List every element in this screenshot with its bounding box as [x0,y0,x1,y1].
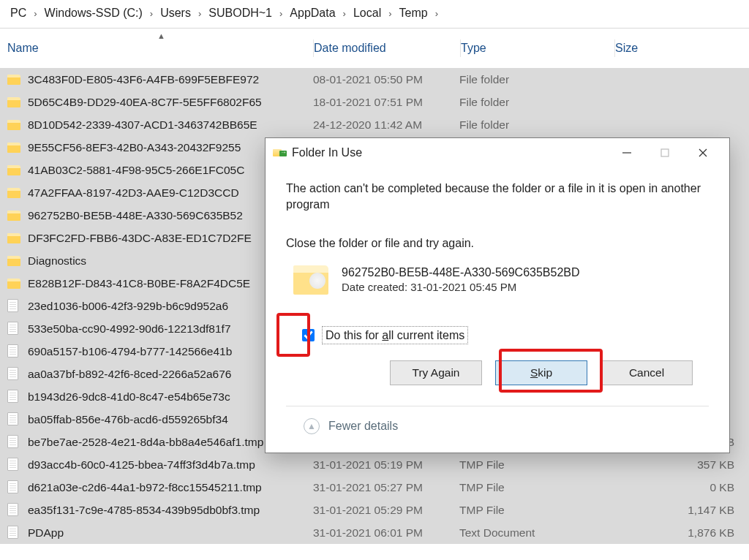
breadcrumb-item[interactable]: Local [346,7,388,20]
file-icon [7,480,22,495]
file-icon [7,367,22,382]
folder-icon [7,72,22,87]
file-type: TMP File [459,481,613,494]
file-size: 1,876 KB [613,526,749,540]
dialog-titlebar[interactable]: Folder In Use [266,138,729,167]
file-icon [7,344,22,359]
minimize-button[interactable] [608,140,646,165]
table-row[interactable]: 8D10D542-2339-4307-ACD1-3463742BB65E24-1… [0,113,749,136]
chevron-right-icon: › [435,8,438,19]
cancel-button[interactable]: Cancel [601,360,693,385]
folder-icon [7,231,22,246]
file-name: ea35f131-7c9e-4785-8534-439b95db0bf3.tmp [28,504,313,517]
breadcrumb-item[interactable]: Temp [392,7,435,20]
file-type: TMP File [459,458,613,472]
file-name: d93acc4b-60c0-4125-bbea-74ff3f3d4b7a.tmp [28,458,313,472]
file-icon [7,503,22,518]
do-for-all-label[interactable]: Do this for all current items [322,326,468,345]
file-icon [7,526,22,540]
col-type[interactable]: Type [461,42,614,55]
table-row[interactable]: ea35f131-7c9e-4785-8534-439b95db0bf3.tmp… [0,499,749,521]
folder-icon [7,254,22,268]
dialog-title: Folder In Use [292,146,608,159]
breadcrumb-item[interactable]: SUBODH~1 [201,7,279,20]
file-type: File folder [459,96,613,109]
table-row[interactable]: d93acc4b-60c0-4125-bbea-74ff3f3d4b7a.tmp… [0,453,749,476]
svg-rect-1 [661,149,669,156]
file-date: 18-01-2021 07:51 PM [313,96,459,109]
folder-icon [7,208,22,223]
fewer-details-toggle[interactable]: ▲ Fewer details [286,418,709,434]
file-type: TMP File [459,504,613,517]
file-size: 0 KB [613,481,749,494]
breadcrumb-item[interactable]: PC [3,7,34,20]
file-icon [7,435,22,450]
dialog-message-2: Close the folder or file and try again. [286,235,709,251]
col-date[interactable]: Date modified [314,42,460,55]
file-icon [7,412,22,427]
folder-icon [7,186,22,200]
table-row[interactable]: d621a03e-c2d6-44a1-b972-f8cc15545211.tmp… [0,476,749,499]
close-button[interactable] [684,140,722,165]
chevron-up-icon: ▲ [304,418,320,434]
dialog-folder-in-use: Folder In Use The action can't be comple… [265,137,730,453]
sort-indicator-icon: ▲ [157,31,165,40]
table-row[interactable]: PDApp31-01-2021 06:01 PMText Document1,8… [0,521,749,544]
file-type: Text Document [459,526,613,540]
folder-icon [7,163,22,178]
file-type: File folder [459,73,613,86]
skip-button[interactable]: Skip [495,360,587,385]
file-size: 1,147 KB [613,504,749,517]
folder-move-icon [273,148,286,158]
file-date: 31-01-2021 05:27 PM [313,481,459,494]
column-headers: ▲Name Date modified Type Size [0,29,749,68]
file-icon [7,299,22,314]
breadcrumb-item[interactable]: Users [153,7,198,20]
folder-icon [7,140,22,155]
file-icon [7,390,22,404]
file-name: PDApp [28,526,313,540]
file-date: 31-01-2021 06:01 PM [313,526,459,540]
col-name[interactable]: ▲Name [7,42,313,55]
folder-icon [7,118,22,132]
breadcrumb-item[interactable]: Windows-SSD (C:) [37,7,150,20]
dialog-item-name: 962752B0-BE5B-448E-A330-569C635B52BD [342,265,580,281]
file-name: 5D65C4B9-DD29-40EA-8C7F-5E5FF6802F65 [28,96,313,109]
file-date: 31-01-2021 05:19 PM [313,458,459,472]
try-again-button[interactable]: Try Again [390,360,482,385]
file-icon [7,458,22,472]
maximize-button[interactable] [646,140,684,165]
file-icon [7,322,22,336]
do-for-all-checkbox[interactable] [302,329,315,341]
folder-icon [7,276,22,291]
table-row[interactable]: 3C483F0D-E805-43F6-A4FB-699F5EBFE97208-0… [0,68,749,91]
col-size[interactable]: Size [615,42,749,55]
table-row[interactable]: 5D65C4B9-DD29-40EA-8C7F-5E5FF6802F6518-0… [0,91,749,113]
dialog-message-1: The action can't be completed because th… [286,181,709,212]
file-name: 3C483F0D-E805-43F6-A4FB-699F5EBFE972 [28,73,313,86]
dialog-item-date: Date created: 31-01-2021 05:45 PM [342,280,580,295]
breadcrumb[interactable]: PC›Windows-SSD (C:)›Users›SUBODH~1›AppDa… [0,0,749,26]
file-date: 08-01-2021 05:50 PM [313,73,459,86]
file-name: d621a03e-c2d6-44a1-b972-f8cc15545211.tmp [28,481,313,494]
file-date: 31-01-2021 05:29 PM [313,504,459,517]
file-name: 8D10D542-2339-4307-ACD1-3463742BB65E [28,118,313,132]
breadcrumb-item[interactable]: AppData [282,7,342,20]
folder-icon [7,95,22,110]
file-date: 24-12-2020 11:42 AM [313,118,459,132]
file-size: 357 KB [613,458,749,472]
folder-large-icon [293,265,328,295]
file-type: File folder [459,118,613,132]
